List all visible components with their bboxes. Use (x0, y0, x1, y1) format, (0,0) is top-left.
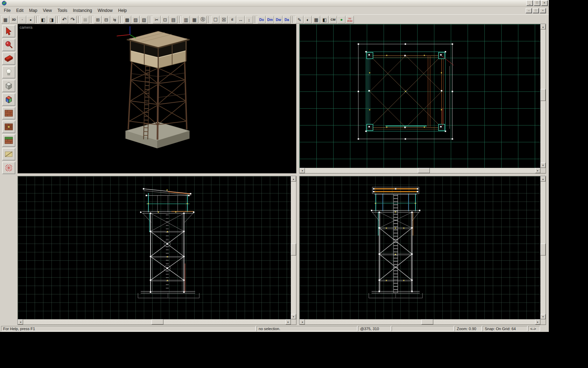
nodraw-toggle-button[interactable]: no draw (346, 16, 354, 23)
menu-instancing[interactable]: Instancing (70, 7, 95, 14)
menu-window[interactable]: Window (95, 7, 115, 14)
texture-application-tool-button[interactable] (2, 93, 15, 106)
mdi-close-button[interactable]: × (540, 8, 546, 13)
menu-bar: File Edit Map View Tools Instancing Wind… (0, 7, 549, 14)
workspace: camera (0, 24, 549, 325)
viewport-2d-side[interactable]: ▲ ▼ ◄ ► (18, 176, 296, 325)
front-ladder (393, 195, 398, 293)
status-zoom-level: Zoom: 0.90 (455, 326, 482, 331)
selection-box-button[interactable]: ☐ (211, 16, 219, 23)
grid-smaller-button[interactable]: ▫ (18, 16, 26, 23)
toolbar-separator (120, 16, 122, 23)
top-view-wireframe (300, 24, 540, 168)
scroll-down-arrow[interactable]: ▼ (291, 314, 296, 319)
scroll-right-arrow[interactable]: ► (286, 319, 291, 325)
scroll-thumb[interactable] (421, 319, 433, 325)
display-models-button[interactable]: Dm (266, 16, 274, 23)
flip-vertical-button[interactable]: ↕ (245, 16, 253, 23)
scroll-thumb[interactable] (418, 168, 430, 173)
toggle-3d-grid-button[interactable]: 3D (10, 16, 18, 23)
menu-help[interactable]: Help (115, 7, 130, 14)
paste-button[interactable]: ▤ (169, 16, 177, 23)
copy-button[interactable]: ⊡ (161, 16, 169, 23)
selection-tool-button[interactable] (2, 25, 15, 38)
mdi-restore-button[interactable]: □ (533, 8, 539, 13)
cut-button[interactable]: ✂ (153, 16, 161, 23)
texture-lock-small-button[interactable]: tl (228, 16, 236, 23)
texture-scale-lock-button[interactable]: ▦ (190, 16, 198, 23)
menu-edit[interactable]: Edit (13, 7, 26, 14)
carve-button[interactable]: ⊠ (81, 16, 89, 23)
scrollbar-corner (540, 319, 546, 325)
scroll-thumb[interactable] (540, 89, 546, 101)
scroll-down-arr[interactable]: ▼ (540, 314, 546, 319)
clipping-tool-button[interactable] (2, 148, 15, 161)
grid-larger-button[interactable]: ▪ (27, 16, 35, 23)
vertical-scrollbar[interactable]: ▲ ▼ (540, 24, 546, 168)
horizontal-scrollbar[interactable]: ◄ ► (18, 319, 291, 325)
group-button[interactable]: ⊞ (94, 16, 102, 23)
displacement-grid-button[interactable]: ▦ (312, 16, 320, 23)
menu-tools[interactable]: Tools (55, 7, 70, 14)
texture-lock-button[interactable]: ▥ (182, 16, 190, 23)
menu-file[interactable]: File (1, 7, 13, 14)
window-maximize-button[interactable]: □ (534, 0, 540, 6)
hide-unselected-button[interactable]: ▨ (132, 16, 140, 23)
mdi-window-controls: – □ × (526, 8, 547, 13)
undo-button[interactable]: ↶ (60, 16, 68, 23)
scroll-left-arrow[interactable]: ◄ (18, 319, 23, 325)
ignore-groups-button[interactable]: ig (111, 16, 119, 23)
split-half-button[interactable]: ◧ (321, 16, 329, 23)
scroll-left-arrow[interactable]: ◄ (300, 168, 305, 173)
redo-button[interactable]: ↷ (69, 16, 77, 23)
ungroup-button[interactable]: ⊟ (102, 16, 110, 23)
scroll-thumb[interactable] (291, 244, 296, 255)
vertical-scrollbar[interactable]: ▲ ▼ (540, 176, 546, 319)
scroll-right-arrow[interactable]: ► (535, 319, 540, 325)
menu-map[interactable]: Map (26, 7, 40, 14)
vertical-scrollbar[interactable]: ▲ ▼ (291, 176, 296, 319)
magnetic-box-button[interactable]: ☒ (220, 16, 228, 23)
vertex-manipulation-tool-button[interactable] (2, 162, 15, 174)
cordon-mode-button[interactable]: CM (329, 16, 337, 23)
toggle-grid-button[interactable]: ▦ (1, 16, 9, 23)
front-view-wireframe (300, 176, 540, 319)
display-objects-button[interactable]: Do (258, 16, 266, 23)
load-window-state-button[interactable]: ◧ (39, 16, 47, 23)
scroll-up-arrow[interactable]: ▲ (540, 176, 546, 182)
run-map-button[interactable]: Ⓡ (199, 16, 207, 23)
radius-culling-button[interactable]: ● (337, 16, 345, 23)
mdi-minimize-button[interactable]: – (526, 8, 532, 13)
flip-horizontal-button[interactable]: ↔ (237, 16, 245, 23)
scroll-thumb[interactable] (152, 319, 163, 325)
scroll-down-arrow[interactable]: ▼ (540, 163, 546, 168)
camera-tool-button[interactable] (2, 52, 15, 65)
horizontal-scrollbar[interactable]: ◄ ► (300, 168, 540, 173)
block-tool-button[interactable] (2, 80, 15, 92)
overlay-tool-button[interactable] (2, 134, 15, 147)
horizontal-scrollbar[interactable]: ◄ ► (300, 319, 540, 325)
viewport-3d-camera[interactable]: camera (18, 24, 296, 173)
menu-view[interactable]: View (40, 7, 55, 14)
window-close-button[interactable]: × (541, 0, 548, 6)
magnify-tool-button[interactable] (2, 39, 15, 51)
apply-decals-tool-button[interactable] (2, 121, 15, 133)
scroll-up-arrow[interactable]: ▲ (540, 24, 546, 29)
entity-tool-button[interactable] (2, 66, 15, 79)
hide-selected-button[interactable]: ▩ (123, 16, 131, 23)
viewport-2d-top[interactable]: ▲ ▼ ◄ ► (299, 24, 546, 173)
scroll-up-arrow[interactable]: ▲ (291, 176, 296, 182)
window-minimize-button[interactable]: _ (526, 0, 533, 6)
apply-current-texture-tool-button[interactable] (2, 107, 15, 120)
model-fade-button[interactable]: ◐ (304, 16, 312, 23)
display-areas-button[interactable]: Da (283, 16, 291, 23)
path-tool-button[interactable]: ✎ (295, 16, 303, 23)
scroll-right-arrow[interactable]: ► (535, 168, 540, 173)
scroll-left-arrow[interactable]: ◄ (300, 319, 305, 325)
scroll-thumb[interactable] (540, 244, 546, 255)
side-base (138, 291, 199, 298)
save-window-state-button[interactable]: ◨ (48, 16, 56, 23)
display-world-button[interactable]: Dw (274, 16, 282, 23)
show-hidden-button[interactable]: ▧ (140, 16, 148, 23)
viewport-2d-front[interactable]: ▲ ▼ ◄ ► (299, 176, 546, 325)
